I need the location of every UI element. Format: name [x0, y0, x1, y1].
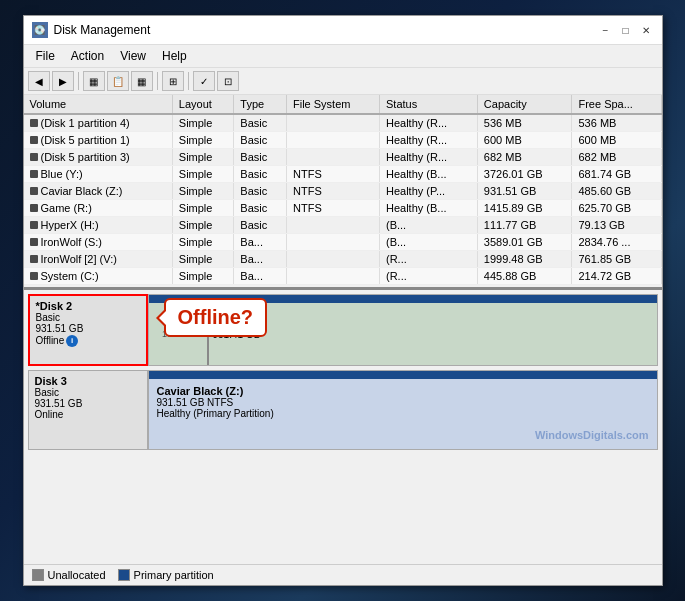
content-area: Volume Layout Type File System Status Ca…: [24, 95, 662, 585]
table-row[interactable]: IronWolf (S:) Simple Ba... (B... 3589.01…: [24, 234, 662, 251]
minimize-button[interactable]: −: [598, 22, 614, 38]
cell-status: Healthy (R...: [380, 132, 478, 149]
cell-layout: Simple: [172, 217, 234, 234]
cell-fs: [287, 217, 380, 234]
cell-layout: Simple: [172, 114, 234, 132]
table-container[interactable]: Volume Layout Type File System Status Ca…: [24, 95, 662, 287]
cell-status: (R...: [380, 251, 478, 268]
cell-free: 625.70 GB: [572, 200, 661, 217]
cell-type: Basic: [234, 217, 287, 234]
maximize-button[interactable]: □: [618, 22, 634, 38]
offline-bubble: Offline?: [164, 298, 268, 337]
close-button[interactable]: ✕: [638, 22, 654, 38]
disk2-type: Basic: [36, 312, 140, 323]
disk2-row: *Disk 2 Basic 931.51 GB Offline i 100 MB: [28, 294, 658, 366]
table-row[interactable]: (Disk 5 partition 1) Simple Basic Health…: [24, 132, 662, 149]
caviar-partition[interactable]: Caviar Black (Z:) 931.51 GB NTFS Healthy…: [149, 379, 657, 449]
cell-free: 536 MB: [572, 114, 661, 132]
back-button[interactable]: ◀: [28, 71, 50, 91]
toolbar-btn-3[interactable]: ▦: [131, 71, 153, 91]
cell-capacity: 1415.89 GB: [477, 200, 572, 217]
legend-unallocated: Unallocated: [32, 569, 106, 581]
cell-fs: [287, 132, 380, 149]
cell-status: (R...: [380, 268, 478, 285]
cell-fs: NTFS: [287, 200, 380, 217]
cell-capacity: 682 MB: [477, 149, 572, 166]
cell-fs: [287, 268, 380, 285]
col-filesystem[interactable]: File System: [287, 95, 380, 114]
cell-capacity: 1999.48 GB: [477, 251, 572, 268]
table-row[interactable]: (Disk 5 partition 3) Simple Basic Health…: [24, 149, 662, 166]
cell-capacity: 111.77 GB: [477, 217, 572, 234]
disk3-content: Caviar Black (Z:) 931.51 GB NTFS Healthy…: [149, 379, 657, 449]
col-freespace[interactable]: Free Spa...: [572, 95, 661, 114]
disk2-status: Offline i: [36, 335, 79, 347]
toolbar-btn-5[interactable]: ✓: [193, 71, 215, 91]
caviar-title: Caviar Black (Z:): [157, 385, 649, 397]
cell-volume: IronWolf (S:): [24, 234, 173, 251]
toolbar: ◀ ▶ ▦ 📋 ▦ ⊞ ✓ ⊡: [24, 68, 662, 95]
cell-fs: [287, 149, 380, 166]
cell-type: Ba...: [234, 251, 287, 268]
menu-view[interactable]: View: [112, 47, 154, 65]
cell-layout: Simple: [172, 200, 234, 217]
cell-layout: Simple: [172, 183, 234, 200]
cell-layout: Simple: [172, 149, 234, 166]
table-row[interactable]: Game (R:) Simple Basic NTFS Healthy (B..…: [24, 200, 662, 217]
cell-type: Basic: [234, 149, 287, 166]
disk-visual-section: *Disk 2 Basic 931.51 GB Offline i 100 MB: [24, 290, 662, 564]
cell-capacity: 3589.01 GB: [477, 234, 572, 251]
table-row[interactable]: Caviar Black (Z:) Simple Basic NTFS Heal…: [24, 183, 662, 200]
disk3-label[interactable]: Disk 3 Basic 931.51 GB Online: [28, 370, 148, 450]
col-type[interactable]: Type: [234, 95, 287, 114]
toolbar-sep-2: [157, 72, 158, 90]
cell-volume: System (C:): [24, 268, 173, 285]
disk2-label[interactable]: *Disk 2 Basic 931.51 GB Offline i: [28, 294, 148, 366]
legend-primary-box: [118, 569, 130, 581]
table-row[interactable]: HyperX (H:) Simple Basic (B... 111.77 GB…: [24, 217, 662, 234]
disk3-type: Basic: [35, 387, 141, 398]
cell-status: Healthy (P...: [380, 183, 478, 200]
cell-type: Basic: [234, 166, 287, 183]
info-icon[interactable]: i: [66, 335, 78, 347]
cell-volume: Caviar Black (Z:): [24, 183, 173, 200]
cell-fs: [287, 114, 380, 132]
menu-action[interactable]: Action: [63, 47, 112, 65]
toolbar-btn-1[interactable]: ▦: [83, 71, 105, 91]
cell-layout: Simple: [172, 166, 234, 183]
toolbar-btn-6[interactable]: ⊡: [217, 71, 239, 91]
disk3-title: Disk 3: [35, 375, 141, 387]
legend-unallocated-label: Unallocated: [48, 569, 106, 581]
toolbar-btn-4[interactable]: ⊞: [162, 71, 184, 91]
cell-free: 761.85 GB: [572, 251, 661, 268]
toolbar-btn-2[interactable]: 📋: [107, 71, 129, 91]
forward-button[interactable]: ▶: [52, 71, 74, 91]
col-status[interactable]: Status: [380, 95, 478, 114]
table-row[interactable]: Blue (Y:) Simple Basic NTFS Healthy (B..…: [24, 166, 662, 183]
cell-type: Basic: [234, 132, 287, 149]
cell-status: Healthy (B...: [380, 200, 478, 217]
menu-help[interactable]: Help: [154, 47, 195, 65]
disk-table: Volume Layout Type File System Status Ca…: [24, 95, 662, 285]
main-window: 💽 Disk Management − □ ✕ File Action View…: [23, 15, 663, 586]
col-capacity[interactable]: Capacity: [477, 95, 572, 114]
cell-capacity: 931.51 GB: [477, 183, 572, 200]
table-row[interactable]: (Disk 1 partition 4) Simple Basic Health…: [24, 114, 662, 132]
title-bar-left: 💽 Disk Management: [32, 22, 151, 38]
disk3-partitions: Caviar Black (Z:) 931.51 GB NTFS Healthy…: [148, 370, 658, 450]
col-volume[interactable]: Volume: [24, 95, 173, 114]
menu-file[interactable]: File: [28, 47, 63, 65]
disk2-large-part[interactable]: 931.41 GB: [209, 303, 657, 365]
menu-bar: File Action View Help: [24, 45, 662, 68]
cell-volume: (Disk 5 partition 3): [24, 149, 173, 166]
toolbar-sep-3: [188, 72, 189, 90]
cell-capacity: 3726.01 GB: [477, 166, 572, 183]
caviar-fs: 931.51 GB NTFS: [157, 397, 649, 408]
cell-fs: [287, 234, 380, 251]
cell-volume: HyperX (H:): [24, 217, 173, 234]
col-layout[interactable]: Layout: [172, 95, 234, 114]
legend-unallocated-box: [32, 569, 44, 581]
table-row[interactable]: IronWolf [2] (V:) Simple Ba... (R... 199…: [24, 251, 662, 268]
table-row[interactable]: System (C:) Simple Ba... (R... 445.88 GB…: [24, 268, 662, 285]
cell-fs: NTFS: [287, 166, 380, 183]
